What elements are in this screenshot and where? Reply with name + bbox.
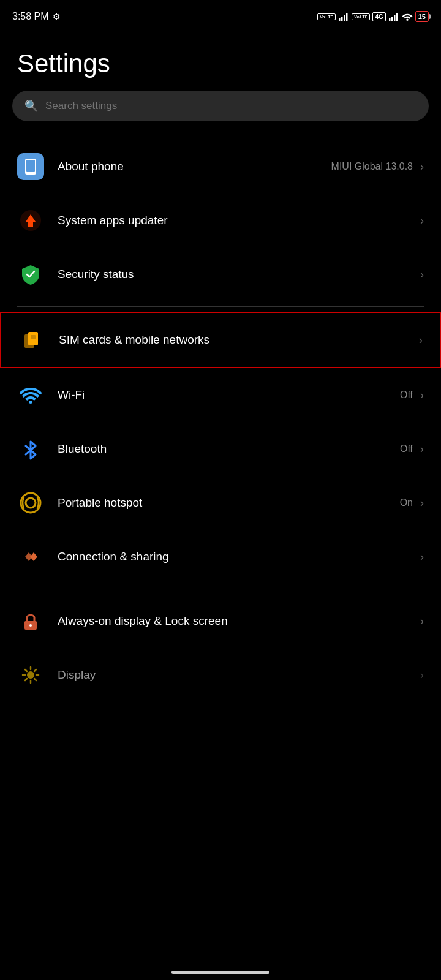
system-apps-right: › xyxy=(420,214,424,227)
bluetooth-chevron: › xyxy=(420,443,424,456)
hotspot-label: Portable hotspot xyxy=(58,496,400,510)
4g-icon: 4G xyxy=(372,12,385,21)
settings-item-wifi[interactable]: Wi-Fi Off › xyxy=(0,368,441,422)
divider-1 xyxy=(17,306,424,307)
search-input[interactable] xyxy=(45,100,417,112)
svg-point-17 xyxy=(26,498,36,508)
about-phone-icon xyxy=(17,153,44,180)
hotspot-right: On › xyxy=(400,497,424,510)
bluetooth-icon xyxy=(17,435,44,462)
svg-point-16 xyxy=(21,493,40,513)
svg-rect-15 xyxy=(31,335,36,339)
time-display: 3:58 PM xyxy=(12,11,49,22)
settings-item-system-apps[interactable]: System apps updater › xyxy=(0,194,441,247)
display-icon xyxy=(17,662,44,688)
svg-point-19 xyxy=(29,624,32,627)
connection-icon xyxy=(17,543,44,570)
signal-bars-2 xyxy=(388,12,399,21)
sim-icon xyxy=(18,326,45,353)
bluetooth-content: Bluetooth xyxy=(58,442,400,456)
status-bar: 3:58 PM ⚙ VoLTE VoLTE 4G xyxy=(0,0,441,31)
wifi-chevron: › xyxy=(420,389,424,402)
bottom-nav-bar xyxy=(172,971,270,974)
settings-item-connection[interactable]: Connection & sharing › xyxy=(0,530,441,584)
search-bar[interactable]: 🔍 xyxy=(12,91,429,121)
divider-2 xyxy=(17,589,424,589)
about-phone-content: About phone xyxy=(58,160,331,173)
system-apps-chevron: › xyxy=(420,214,424,227)
sim-label: SIM cards & mobile networks xyxy=(59,333,419,347)
hotspot-chevron: › xyxy=(420,497,424,510)
lock-label: Always-on display & Lock screen xyxy=(58,614,420,628)
svg-line-26 xyxy=(34,679,36,680)
svg-point-10 xyxy=(30,173,31,174)
wifi-right: Off › xyxy=(400,389,424,402)
display-label: Display xyxy=(58,668,420,682)
settings-item-lock[interactable]: Always-on display & Lock screen › xyxy=(0,594,441,648)
svg-point-20 xyxy=(27,671,34,679)
lock-icon xyxy=(17,608,44,635)
security-right: › xyxy=(420,268,424,281)
status-time: 3:58 PM ⚙ xyxy=(12,11,61,22)
volte-icon-2: VoLTE xyxy=(352,13,370,20)
page-title: Settings xyxy=(0,31,441,91)
settings-item-bluetooth[interactable]: Bluetooth Off › xyxy=(0,422,441,476)
settings-list: About phone MIUI Global 13.0.8 › System … xyxy=(0,140,441,714)
connection-content: Connection & sharing xyxy=(58,550,420,564)
wifi-content: Wi-Fi xyxy=(58,388,400,402)
wifi-status-icon xyxy=(402,12,413,21)
svg-rect-5 xyxy=(391,17,393,21)
bluetooth-right: Off › xyxy=(400,443,424,456)
wifi-value: Off xyxy=(400,390,413,401)
about-phone-value: MIUI Global 13.0.8 xyxy=(331,161,413,172)
search-icon: 🔍 xyxy=(24,99,38,113)
svg-rect-0 xyxy=(339,18,341,21)
hotspot-icon xyxy=(17,489,44,516)
svg-rect-1 xyxy=(341,17,343,21)
svg-rect-7 xyxy=(396,13,398,21)
svg-line-27 xyxy=(34,669,36,671)
security-icon xyxy=(17,261,44,288)
connection-right: › xyxy=(420,551,424,564)
display-content: Display xyxy=(58,668,420,682)
gear-settings-icon: ⚙ xyxy=(53,12,61,21)
hotspot-value: On xyxy=(400,497,413,508)
connection-chevron: › xyxy=(420,551,424,564)
svg-line-28 xyxy=(25,679,27,680)
bluetooth-value: Off xyxy=(400,443,413,454)
hotspot-content: Portable hotspot xyxy=(58,496,400,510)
wifi-icon xyxy=(17,382,44,409)
bluetooth-label: Bluetooth xyxy=(58,442,400,456)
svg-line-25 xyxy=(25,669,27,671)
settings-item-sim[interactable]: SIM cards & mobile networks › xyxy=(0,312,441,368)
battery-level: 15 xyxy=(418,13,426,20)
svg-rect-2 xyxy=(344,15,345,21)
settings-item-security[interactable]: Security status › xyxy=(0,247,441,301)
svg-rect-3 xyxy=(346,13,348,21)
display-chevron: › xyxy=(420,669,424,682)
lock-right: › xyxy=(420,615,424,628)
settings-item-about-phone[interactable]: About phone MIUI Global 13.0.8 › xyxy=(0,140,441,194)
system-apps-icon xyxy=(17,207,44,234)
svg-rect-9 xyxy=(26,160,35,172)
settings-item-display[interactable]: Display › xyxy=(0,648,441,702)
system-apps-label: System apps updater xyxy=(58,214,420,227)
svg-rect-6 xyxy=(394,15,396,21)
about-phone-right: MIUI Global 13.0.8 › xyxy=(331,160,424,173)
about-phone-chevron: › xyxy=(420,160,424,173)
sim-right: › xyxy=(419,334,423,347)
sim-content: SIM cards & mobile networks xyxy=(59,333,419,347)
about-phone-label: About phone xyxy=(58,160,331,173)
security-chevron: › xyxy=(420,268,424,281)
signal-bars-1 xyxy=(338,12,349,21)
system-apps-content: System apps updater xyxy=(58,214,420,227)
svg-rect-4 xyxy=(389,18,391,21)
security-content: Security status xyxy=(58,268,420,281)
battery-icon: 15 xyxy=(415,11,429,22)
sim-chevron: › xyxy=(419,334,423,347)
connection-label: Connection & sharing xyxy=(58,550,420,564)
lock-chevron: › xyxy=(420,615,424,628)
settings-item-hotspot[interactable]: Portable hotspot On › xyxy=(0,476,441,530)
wifi-label: Wi-Fi xyxy=(58,388,400,402)
display-right: › xyxy=(420,669,424,682)
